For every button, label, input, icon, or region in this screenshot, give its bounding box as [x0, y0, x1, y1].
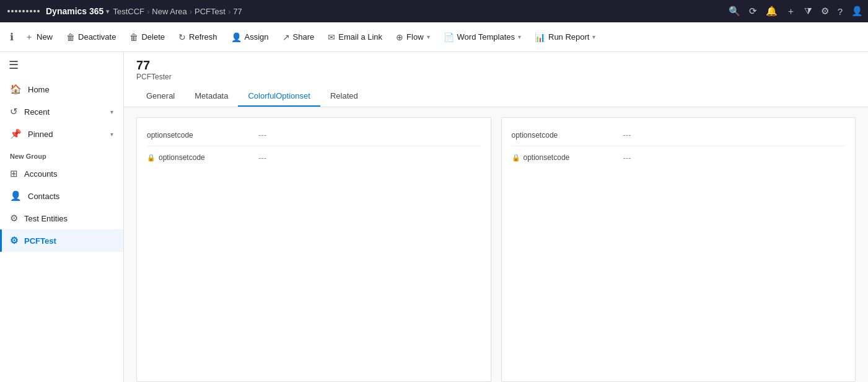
field-label-4: 🔒 optionsetcode: [512, 153, 623, 162]
breadcrumb-testccf[interactable]: TestCCF: [113, 7, 144, 16]
user-icon[interactable]: 👤: [851, 6, 863, 17]
sidebar-section-label: New Group: [0, 145, 123, 162]
field-value-2: ---: [258, 153, 266, 162]
field-label-3: optionsetcode: [512, 131, 623, 140]
sidebar-item-accounts[interactable]: ⊞ Accounts: [0, 162, 123, 185]
flow-chevron: ▾: [427, 33, 430, 40]
sidebar-pinned-label: Pinned: [28, 130, 53, 139]
field-label-2: 🔒 optionsetcode: [147, 153, 258, 162]
sidebar-item-pinned[interactable]: 📌 Pinned ▾: [0, 123, 123, 145]
refresh-button[interactable]: ↻ Refresh: [172, 29, 224, 46]
breadcrumb-newarea[interactable]: New Area: [152, 7, 186, 16]
field-value-4: ---: [623, 153, 631, 162]
table-row: 🔒 optionsetcode ---: [147, 146, 481, 169]
table-row: optionsetcode ---: [147, 124, 481, 146]
breadcrumb-77[interactable]: 77: [233, 7, 242, 16]
run-report-icon: 📊: [535, 32, 545, 42]
refresh-icon[interactable]: ⟳: [749, 6, 757, 17]
tab-colorfuloptionset[interactable]: ColorfulOptionset: [238, 86, 320, 107]
delete-icon: 🗑: [129, 32, 138, 42]
field-value-1: ---: [258, 130, 266, 140]
field-value-3: ---: [623, 130, 631, 140]
sidebar-item-pcftest[interactable]: ⚙ PCFTest: [0, 229, 123, 252]
lock-icon-2: 🔒: [512, 154, 520, 162]
tab-related[interactable]: Related: [320, 86, 368, 107]
field-label-1: optionsetcode: [147, 131, 258, 140]
breadcrumb-pcftest[interactable]: PCFTest: [195, 7, 226, 16]
flow-button[interactable]: ⊕ Flow ▾: [390, 29, 436, 46]
sidebar-home-label: Home: [28, 85, 50, 94]
sidebar-accounts-label: Accounts: [24, 169, 57, 179]
app-grid-icon[interactable]: [5, 7, 42, 15]
brand[interactable]: Dynamics 365 ▾: [46, 6, 109, 16]
sidebar-item-test-entities[interactable]: ⚙ Test Entities: [0, 207, 123, 229]
add-icon[interactable]: ＋: [786, 6, 796, 17]
pinned-chevron: ▾: [110, 131, 113, 138]
left-section: optionsetcode --- 🔒 optionsetcode ---: [136, 117, 491, 382]
sidebar-test-entities-label: Test Entities: [24, 214, 68, 223]
info-icon[interactable]: ℹ: [6, 27, 17, 47]
brand-chevron: ▾: [106, 8, 109, 15]
run-report-chevron: ▾: [592, 33, 595, 40]
top-nav-icons: 🔍 ⟳ 🔔 ＋ ⧩ ⚙ ? 👤: [729, 6, 863, 17]
assign-icon: 👤: [231, 32, 242, 42]
deactivate-button[interactable]: 🗑 Deactivate: [60, 29, 122, 46]
brand-label: Dynamics 365: [46, 6, 103, 16]
search-icon[interactable]: 🔍: [729, 6, 740, 17]
filter-icon[interactable]: ⧩: [804, 6, 812, 17]
settings-icon[interactable]: ⚙: [821, 6, 829, 17]
table-row: optionsetcode ---: [512, 124, 846, 146]
record-subtitle: PCFTester: [136, 73, 856, 81]
sidebar-item-home[interactable]: 🏠 Home: [0, 78, 123, 100]
deactivate-icon: 🗑: [66, 32, 75, 42]
sidebar-contacts-label: Contacts: [28, 192, 59, 201]
test-entities-icon: ⚙: [10, 213, 18, 224]
record-title: 77: [136, 58, 856, 73]
field-name-1: optionsetcode: [147, 131, 193, 140]
recent-chevron: ▾: [110, 109, 113, 115]
table-row: 🔒 optionsetcode ---: [512, 146, 846, 169]
tab-metadata[interactable]: Metadata: [185, 86, 238, 107]
notification-icon[interactable]: 🔔: [766, 6, 778, 17]
share-button[interactable]: ↗ Share: [276, 29, 321, 46]
recent-icon: ↺: [10, 106, 18, 117]
sidebar: ☰ 🏠 Home ↺ Recent ▾ 📌 Pinned ▾ New Group…: [0, 52, 124, 382]
home-icon: 🏠: [10, 84, 22, 95]
contacts-icon: 👤: [10, 190, 22, 202]
delete-button[interactable]: 🗑 Delete: [123, 29, 171, 46]
layout: ☰ 🏠 Home ↺ Recent ▾ 📌 Pinned ▾ New Group…: [0, 52, 868, 382]
main-content: 77 PCFTester General Metadata ColorfulOp…: [124, 52, 868, 382]
word-templates-chevron: ▾: [518, 33, 521, 40]
record-header: 77 PCFTester General Metadata ColorfulOp…: [124, 52, 868, 107]
top-nav: Dynamics 365 ▾ TestCCF › New Area › PCFT…: [0, 0, 868, 22]
tabs: General Metadata ColorfulOptionset Relat…: [136, 86, 856, 107]
help-icon[interactable]: ?: [838, 6, 843, 17]
pin-icon: 📌: [10, 128, 22, 140]
sidebar-recent-label: Recent: [24, 107, 50, 117]
breadcrumb: TestCCF › New Area › PCFTest › 77: [113, 7, 242, 16]
new-icon: ＋: [25, 32, 33, 43]
tab-general[interactable]: General: [136, 86, 185, 107]
new-button[interactable]: ＋ New: [19, 28, 59, 47]
flow-icon: ⊕: [396, 32, 403, 42]
sidebar-toggle[interactable]: ☰: [0, 52, 123, 78]
sidebar-item-recent[interactable]: ↺ Recent ▾: [0, 100, 123, 123]
email-icon: ✉: [328, 32, 335, 42]
field-name-2: optionsetcode: [159, 153, 205, 162]
toolbar: ℹ ＋ New 🗑 Deactivate 🗑 Delete ↻ Refresh …: [0, 22, 868, 52]
field-name-3: optionsetcode: [512, 131, 558, 140]
run-report-button[interactable]: 📊 Run Report ▾: [528, 29, 602, 46]
pcftest-icon: ⚙: [10, 235, 18, 246]
email-link-button[interactable]: ✉ Email a Link: [322, 29, 388, 46]
sidebar-pcftest-label: PCFTest: [24, 236, 56, 246]
word-templates-icon: 📄: [444, 32, 454, 42]
assign-button[interactable]: 👤 Assign: [225, 29, 275, 46]
refresh-toolbar-icon: ↻: [178, 32, 186, 42]
lock-icon-1: 🔒: [147, 154, 156, 162]
right-section: optionsetcode --- 🔒 optionsetcode ---: [501, 117, 856, 382]
sidebar-item-contacts[interactable]: 👤 Contacts: [0, 185, 123, 207]
share-icon: ↗: [283, 32, 290, 42]
accounts-icon: ⊞: [10, 168, 18, 179]
form-area: optionsetcode --- 🔒 optionsetcode --- op…: [124, 107, 868, 382]
word-templates-button[interactable]: 📄 Word Templates ▾: [437, 29, 527, 46]
